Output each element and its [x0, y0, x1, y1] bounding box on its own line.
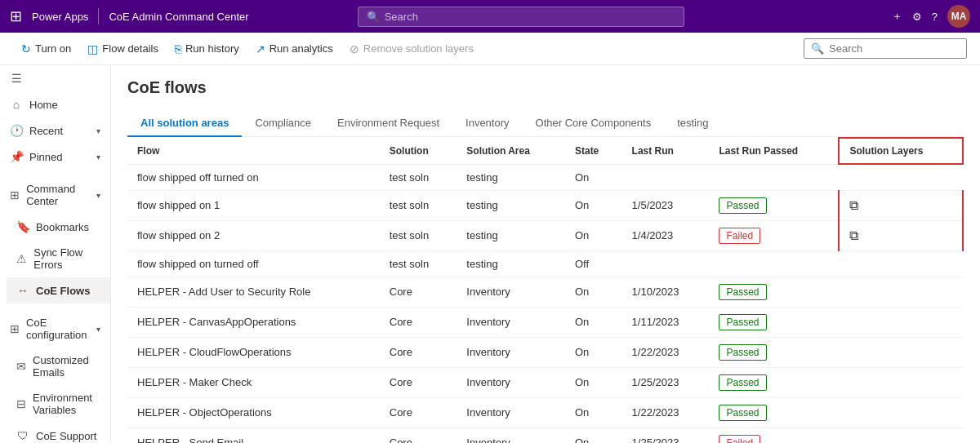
cell-last-run: 1/11/2023: [622, 307, 710, 337]
sidebar-coe-flows-label: CoE Flows: [36, 285, 90, 297]
table-search-input[interactable]: [829, 42, 960, 55]
tab-other-core[interactable]: Other Core Components: [523, 110, 665, 137]
cell-last-run: 1/5/2023: [622, 190, 710, 220]
cell-layers: [839, 164, 963, 190]
cell-area: Inventory: [457, 427, 565, 443]
cell-area: Inventory: [457, 397, 565, 427]
table-row: HELPER - Maker Check Core Inventory On 1…: [127, 367, 963, 397]
top-actions: ＋ ⚙ ? MA: [892, 5, 970, 28]
recent-icon: 🕐: [10, 124, 23, 137]
flows-icon: ↔: [16, 284, 29, 297]
sidebar-item-bookmarks[interactable]: 🔖 Bookmarks: [7, 214, 110, 240]
hamburger-icon: ☰: [10, 72, 23, 85]
cell-passed: Failed: [709, 220, 839, 250]
cell-flow: HELPER - Maker Check: [127, 367, 380, 397]
cell-flow: flow shipped on 1: [127, 190, 380, 220]
cell-state: On: [565, 397, 622, 427]
cell-layers: [839, 367, 963, 397]
col-last-run-passed: Last Run Passed: [709, 138, 839, 164]
sidebar-item-command-center[interactable]: ⊞ Command Center ▾: [0, 176, 110, 214]
run-history-button[interactable]: ⎘ Run history: [167, 38, 247, 60]
search-input[interactable]: [385, 11, 675, 23]
status-badge: Passed: [719, 284, 766, 300]
col-solution-layers: Solution Layers: [839, 138, 963, 164]
sidebar-item-env-vars[interactable]: ⊟ Environment Variables: [7, 385, 110, 423]
avatar[interactable]: MA: [947, 5, 970, 28]
app-name: CoE Admin Command Center: [109, 11, 248, 23]
tab-testing[interactable]: testing: [664, 110, 721, 137]
sidebar-item-coe-support[interactable]: 🛡 CoE Support: [7, 423, 110, 443]
main-layout: ☰ ⌂ Home 🕐 Recent ▾ 📌 Pinned ▾ ⊞ Command…: [0, 65, 980, 443]
turn-on-button[interactable]: ↻ Turn on: [13, 38, 79, 60]
layers-icon[interactable]: ⧉: [849, 228, 858, 242]
run-analytics-icon: ↗: [256, 42, 265, 55]
sidebar-item-home[interactable]: ⌂ Home: [0, 91, 110, 117]
sidebar-item-coe-config[interactable]: ⊞ CoE configuration ▾: [0, 310, 110, 348]
remove-solution-button[interactable]: ⊘ Remove solution layers: [341, 38, 482, 60]
table-search[interactable]: 🔍: [804, 38, 967, 59]
table-row: flow shipped on turned off test soln tes…: [127, 250, 963, 277]
sidebar-toggle-collapse[interactable]: ☰: [0, 65, 110, 91]
col-last-run: Last Run: [622, 138, 710, 164]
remove-solution-label: Remove solution layers: [363, 42, 474, 55]
cell-solution: test soln: [380, 220, 457, 250]
coe-config-chevron: ▾: [96, 325, 100, 334]
sidebar-env-label: Environment Variables: [33, 392, 100, 416]
cell-flow: HELPER - CanvasAppOperations: [127, 307, 380, 337]
cell-area: testing: [457, 164, 565, 190]
cell-passed: Passed: [709, 190, 839, 220]
tab-all-solution-areas[interactable]: All solution areas: [127, 110, 242, 137]
col-solution-area: Solution Area: [457, 138, 565, 164]
cell-area: Inventory: [457, 307, 565, 337]
support-icon: 🛡: [16, 429, 29, 442]
cell-area: Inventory: [457, 277, 565, 307]
global-search[interactable]: 🔍: [358, 7, 684, 27]
col-flow: Flow: [127, 138, 380, 164]
status-badge: Failed: [719, 435, 760, 444]
cell-layers: ⧉: [839, 220, 963, 250]
cell-solution: Core: [380, 277, 457, 307]
help-icon[interactable]: ?: [932, 11, 938, 23]
cell-layers: [839, 277, 963, 307]
command-center-sub: 🔖 Bookmarks ⚠ Sync Flow Errors ↔ CoE Flo…: [0, 214, 110, 303]
status-badge: Passed: [719, 314, 766, 330]
sidebar-support-label: CoE Support: [36, 430, 96, 442]
sidebar-item-sync-flow-errors[interactable]: ⚠ Sync Flow Errors: [7, 240, 110, 277]
cell-last-run: 1/22/2023: [622, 337, 710, 367]
add-icon[interactable]: ＋: [892, 9, 902, 24]
run-analytics-button[interactable]: ↗ Run analytics: [247, 38, 341, 60]
sidebar-item-customized-emails[interactable]: ✉ Customized Emails: [7, 348, 110, 385]
cell-flow: HELPER - ObjectOperations: [127, 397, 380, 427]
table-row: HELPER - CanvasAppOperations Core Invent…: [127, 307, 963, 337]
status-badge: Passed: [719, 344, 766, 361]
cell-flow: HELPER - CloudFlowOperations: [127, 337, 380, 367]
tab-compliance[interactable]: Compliance: [242, 110, 324, 137]
waffle-icon[interactable]: ⊞: [10, 7, 22, 25]
tab-environment-request[interactable]: Environment Request: [324, 110, 452, 137]
sidebar-item-pinned[interactable]: 📌 Pinned ▾: [0, 144, 110, 170]
cell-state: On: [565, 337, 622, 367]
sidebar-command-center-label: Command Center: [26, 183, 90, 207]
cell-state: On: [565, 220, 622, 250]
flow-details-label: Flow details: [102, 42, 158, 55]
cell-state: On: [565, 164, 622, 190]
settings-icon[interactable]: ⚙: [912, 11, 922, 23]
cell-passed: [709, 164, 839, 190]
sidebar-item-coe-flows[interactable]: ↔ CoE Flows: [7, 277, 110, 303]
bookmarks-icon: 🔖: [16, 220, 29, 233]
command-bar: ↻ Turn on ◫ Flow details ⎘ Run history ↗…: [0, 33, 980, 65]
layers-icon[interactable]: ⧉: [849, 198, 858, 212]
turn-on-label: Turn on: [35, 42, 71, 55]
run-history-icon: ⎘: [175, 42, 181, 55]
col-solution: Solution: [380, 138, 457, 164]
cell-solution: Core: [380, 397, 457, 427]
flow-details-button[interactable]: ◫ Flow details: [79, 38, 167, 60]
cell-area: Inventory: [457, 367, 565, 397]
cell-passed: Passed: [709, 397, 839, 427]
cell-layers: [839, 427, 963, 443]
status-badge: Failed: [719, 228, 760, 244]
pinned-chevron: ▾: [96, 153, 100, 162]
cell-last-run: 1/22/2023: [622, 397, 710, 427]
sidebar-item-recent[interactable]: 🕐 Recent ▾: [0, 117, 110, 144]
tab-inventory[interactable]: Inventory: [452, 110, 522, 137]
